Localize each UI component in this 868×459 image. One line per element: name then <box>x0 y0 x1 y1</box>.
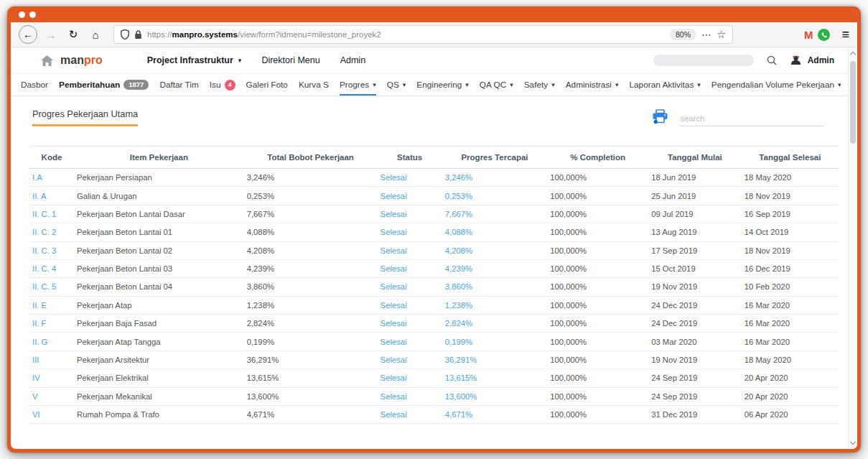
scroll-up-icon[interactable] <box>850 52 856 57</box>
column-header-total-bobot-pekerjaan[interactable]: Total Bobot Pekerjaan <box>244 147 378 169</box>
nav-item-progres[interactable]: Progres ▾ <box>340 74 376 96</box>
window-control-dot[interactable] <box>29 11 36 18</box>
nav-item-safety[interactable]: Safety ▾ <box>524 74 555 96</box>
address-bar[interactable]: https://manpro.systems/view/form?idmenu=… <box>113 25 733 44</box>
cell-kode[interactable]: II. A <box>29 187 74 205</box>
cell-progres-tercapai[interactable]: 3,246% <box>442 169 548 187</box>
table-row[interactable]: II. G Pekerjaan Atap Tangga 0,199% Seles… <box>29 333 839 351</box>
column-header-tanggal-mulai[interactable]: Tanggal Mulai <box>648 147 742 169</box>
whatsapp-extension-icon[interactable] <box>818 29 830 41</box>
window-titlebar[interactable] <box>11 6 857 22</box>
cell-status[interactable]: Selesai <box>378 223 442 241</box>
table-row[interactable]: II. F Pekerjaan Baja Fasad 2,824% Selesa… <box>29 315 839 333</box>
cell-kode[interactable]: V <box>29 387 74 405</box>
page-zoom-badge[interactable]: 80% <box>670 29 696 40</box>
forward-button[interactable]: → <box>42 26 60 43</box>
scroll-down-icon[interactable] <box>850 439 856 445</box>
hamburger-menu-icon[interactable]: ≡ <box>841 27 849 42</box>
nav-item-engineering[interactable]: Engineering ▾ <box>416 74 469 96</box>
cell-kode[interactable]: II. C. 4 <box>29 259 74 277</box>
table-row[interactable]: II. E Pekerjaan Atap 1,238% Selesai 1,23… <box>29 296 839 314</box>
nav-item-daftar-tim[interactable]: Daftar Tim <box>159 74 198 96</box>
cell-status[interactable]: Selesai <box>378 315 442 333</box>
cell-kode[interactable]: VI <box>29 405 74 423</box>
table-row[interactable]: I.A Pekerjaan Persiapan 3,246% Selesai 3… <box>29 169 839 187</box>
manpro-logo[interactable]: manpro <box>60 54 103 67</box>
cell-kode[interactable]: II. C. 1 <box>29 205 74 223</box>
table-row[interactable]: II. A Galian & Urugan 0,253% Selesai 0,2… <box>29 187 839 205</box>
search-icon[interactable] <box>767 55 777 65</box>
column-header-completion[interactable]: % Completion <box>547 147 648 169</box>
project-selector[interactable]: Project Infrastruktur▾ <box>147 55 242 65</box>
cell-status[interactable]: Selesai <box>378 259 442 277</box>
cell-progres-tercapai[interactable]: 2,824% <box>442 315 548 333</box>
cell-status[interactable]: Selesai <box>378 205 442 223</box>
cell-kode[interactable]: I.A <box>29 169 74 187</box>
cell-progres-tercapai[interactable]: 36,291% <box>442 351 548 368</box>
cell-status[interactable]: Selesai <box>378 369 442 387</box>
cell-status[interactable]: Selesai <box>378 296 442 314</box>
cell-kode[interactable]: II. C. 3 <box>29 241 74 259</box>
cell-kode[interactable]: II. C. 5 <box>29 278 74 296</box>
nav-item-qs[interactable]: QS ▾ <box>387 74 406 96</box>
print-icon[interactable] <box>652 109 668 126</box>
window-control-dot[interactable] <box>19 11 25 18</box>
url-text[interactable]: https://manpro.systems/view/form?idmenu=… <box>147 30 665 39</box>
cell-status[interactable]: Selesai <box>378 278 442 296</box>
cell-kode[interactable]: II. E <box>29 296 74 314</box>
cell-progres-tercapai[interactable]: 4,239% <box>442 259 548 277</box>
nav-item-isu[interactable]: Isu 4 <box>210 74 235 96</box>
cell-status[interactable]: Selesai <box>378 187 442 205</box>
cell-progres-tercapai[interactable]: 13,600% <box>442 387 548 405</box>
nav-item-dasbor[interactable]: Dasbor <box>21 74 48 96</box>
table-row[interactable]: II. C. 4 Pekerjaan Beton Lantai 03 4,239… <box>29 259 839 277</box>
menu-direktori[interactable]: Direktori Menu <box>261 55 319 65</box>
nav-item-kurva-s[interactable]: Kurva S <box>299 74 329 96</box>
cell-kode[interactable]: III <box>29 351 74 368</box>
cell-status[interactable]: Selesai <box>378 387 442 405</box>
cell-status[interactable]: Selesai <box>378 333 442 351</box>
global-search-input[interactable] <box>653 55 754 66</box>
table-row[interactable]: II. C. 1 Pekerjaan Beton Lantai Dasar 7,… <box>29 205 839 223</box>
cell-progres-tercapai[interactable]: 4,671% <box>442 405 548 423</box>
nav-item-administrasi[interactable]: Administrasi ▾ <box>566 74 619 96</box>
cell-progres-tercapai[interactable]: 7,667% <box>442 205 548 223</box>
home-button[interactable]: ⌂ <box>87 26 104 43</box>
cell-progres-tercapai[interactable]: 4,088% <box>442 223 548 241</box>
table-search-input[interactable] <box>679 111 824 126</box>
cell-kode[interactable]: II. F <box>29 315 74 333</box>
nav-item-laporan-aktivitas[interactable]: Laporan Aktivitas ▾ <box>629 74 700 96</box>
cell-progres-tercapai[interactable]: 4,208% <box>442 241 548 259</box>
nav-item-pengendalian-volume-pekerjaan[interactable]: Pengendalian Volume Pekerjaan ▾ <box>711 74 841 96</box>
table-row[interactable]: II. C. 5 Pekerjaan Beton Lantai 04 3,860… <box>29 278 839 296</box>
column-header-tanggal-selesai[interactable]: Tanggal Selesai <box>742 147 839 169</box>
column-header-status[interactable]: Status <box>378 147 442 169</box>
cell-progres-tercapai[interactable]: 1,238% <box>442 296 548 314</box>
page-actions-icon[interactable]: ⋯ <box>701 29 711 40</box>
cell-progres-tercapai[interactable]: 0,253% <box>442 187 548 205</box>
table-row[interactable]: VI Rumah Pompa & Trafo 4,671% Selesai 4,… <box>29 405 839 423</box>
column-header-kode[interactable]: Kode <box>29 147 74 169</box>
table-row[interactable]: II. C. 2 Pekerjaan Beton Lantai 01 4,088… <box>29 223 839 241</box>
bookmark-star-icon[interactable]: ☆ <box>717 29 726 40</box>
user-menu[interactable]: Admin <box>790 55 834 66</box>
cell-status[interactable]: Selesai <box>378 405 442 423</box>
reload-button[interactable]: ↻ <box>65 26 82 43</box>
nav-item-pemberitahuan[interactable]: Pemberitahuan 1877 <box>59 74 149 96</box>
cell-progres-tercapai[interactable]: 13,615% <box>442 369 548 387</box>
table-row[interactable]: IV Pekerjaan Elektrikal 13,615% Selesai … <box>29 369 839 387</box>
column-header-progres-tercapai[interactable]: Progres Tercapai <box>442 147 548 169</box>
scrollbar-thumb[interactable] <box>850 61 856 144</box>
table-row[interactable]: III Pekerjaan Arsitektur 36,291% Selesai… <box>29 351 839 368</box>
cell-status[interactable]: Selesai <box>378 241 442 259</box>
cell-progres-tercapai[interactable]: 0,199% <box>442 333 548 351</box>
tracking-shield-icon[interactable] <box>121 29 129 40</box>
table-row[interactable]: II. C. 3 Pekerjaan Beton Lantai 02 4,208… <box>29 241 839 259</box>
cell-kode[interactable]: IV <box>29 369 74 387</box>
column-header-item-pekerjaan[interactable]: Item Pekerjaan <box>74 147 244 169</box>
back-button[interactable]: ← <box>19 25 37 44</box>
nav-item-qa-qc[interactable]: QA QC ▾ <box>480 74 513 96</box>
table-row[interactable]: V Pekerjaan Mekanikal 13,600% Selesai 13… <box>29 387 839 405</box>
gmail-extension-icon[interactable]: M <box>804 29 813 41</box>
cell-status[interactable]: Selesai <box>378 169 442 187</box>
